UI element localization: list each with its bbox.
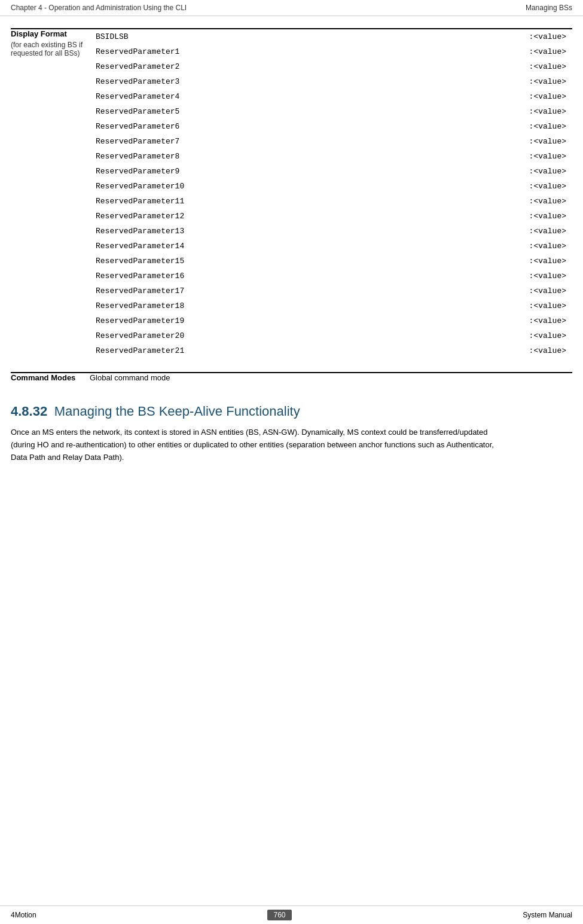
param-row: ReservedParameter14:<value> [90,239,572,254]
command-modes-content-cell: Global command mode [90,373,572,382]
param-row: ReservedParameter7:<value> [90,134,572,149]
param-name: ReservedParameter19 [96,316,184,325]
param-value: :<value> [529,242,566,251]
param-value: :<value> [529,152,566,161]
param-row: ReservedParameter16:<value> [90,269,572,283]
footer-left: 4Motion [11,911,36,919]
command-modes-value: Global command mode [90,373,170,382]
param-name: ReservedParameter10 [96,182,184,191]
param-value: :<value> [529,197,566,206]
display-format-table: Display Format (for each existing BS if … [11,28,572,382]
param-value: :<value> [529,227,566,236]
main-content: Display Format (for each existing BS if … [0,16,583,475]
display-format-subtitle: (for each existing BS if requested for a… [11,41,90,57]
param-value: :<value> [529,212,566,221]
param-name: BSIDLSB [96,32,129,41]
param-value: :<value> [529,92,566,101]
param-row: BSIDLSB:<value> [90,29,572,44]
param-name: ReservedParameter15 [96,257,184,266]
param-row: ReservedParameter8:<value> [90,149,572,164]
param-row: ReservedParameter5:<value> [90,104,572,119]
param-row: ReservedParameter13:<value> [90,224,572,239]
param-rows: BSIDLSB:<value>ReservedParameter1:<value… [90,29,572,358]
param-row: ReservedParameter21:<value> [90,343,572,358]
param-row: ReservedParameter4:<value> [90,89,572,104]
param-row: ReservedParameter2:<value> [90,59,572,74]
param-value: :<value> [529,346,566,355]
param-value: :<value> [529,316,566,325]
param-name: ReservedParameter14 [96,242,184,251]
param-value: :<value> [529,286,566,295]
param-row: ReservedParameter12:<value> [90,209,572,224]
param-row: ReservedParameter3:<value> [90,74,572,89]
param-name: ReservedParameter21 [96,346,184,355]
header-left: Chapter 4 - Operation and Administration… [11,4,187,12]
footer-right: System Manual [523,911,572,919]
param-name: ReservedParameter12 [96,212,184,221]
param-value: :<value> [529,272,566,280]
param-value: :<value> [529,257,566,266]
param-name: ReservedParameter16 [96,272,184,280]
param-row: ReservedParameter19:<value> [90,313,572,328]
display-format-row: Display Format (for each existing BS if … [11,29,572,358]
param-value: :<value> [529,32,566,41]
param-row: ReservedParameter18:<value> [90,298,572,313]
param-name: ReservedParameter8 [96,152,179,161]
display-format-content-cell: BSIDLSB:<value>ReservedParameter1:<value… [90,29,572,358]
param-value: :<value> [529,47,566,56]
command-modes-row: Command Modes Global command mode [11,373,572,382]
param-value: :<value> [529,62,566,71]
param-name: ReservedParameter3 [96,77,179,86]
header-right: Managing BSs [526,4,572,12]
display-format-label-cell: Display Format (for each existing BS if … [11,29,90,358]
param-value: :<value> [529,107,566,116]
section-heading: 4.8.32 Managing the BS Keep-Alive Functi… [11,404,572,419]
param-row: ReservedParameter6:<value> [90,119,572,134]
param-name: ReservedParameter20 [96,331,184,340]
param-row: ReservedParameter10:<value> [90,179,572,194]
param-name: ReservedParameter9 [96,167,179,176]
param-row: ReservedParameter15:<value> [90,254,572,269]
param-value: :<value> [529,301,566,310]
command-modes-label-cell: Command Modes [11,373,90,382]
param-value: :<value> [529,167,566,176]
command-modes-title: Command Modes [11,373,90,382]
page-header: Chapter 4 - Operation and Administration… [0,0,583,16]
page-footer: 4Motion 760 System Manual [0,905,583,924]
param-row: ReservedParameter11:<value> [90,194,572,209]
param-value: :<value> [529,137,566,146]
param-value: :<value> [529,122,566,131]
param-name: ReservedParameter6 [96,122,179,131]
param-name: ReservedParameter17 [96,286,184,295]
param-name: ReservedParameter18 [96,301,184,310]
param-name: ReservedParameter5 [96,107,179,116]
param-value: :<value> [529,182,566,191]
param-row: ReservedParameter1:<value> [90,44,572,59]
section-number: 4.8.32 [11,404,47,419]
spacer-cell [11,358,572,373]
param-name: ReservedParameter1 [96,47,179,56]
param-row: ReservedParameter17:<value> [90,283,572,298]
section-body: Once an MS enters the network, its conte… [11,426,501,463]
footer-page-number: 760 [267,910,291,920]
section-name: Managing the BS Keep-Alive Functionality [54,404,300,419]
param-name: ReservedParameter13 [96,227,184,236]
param-row: ReservedParameter9:<value> [90,164,572,179]
spacer-row [11,358,572,373]
param-value: :<value> [529,77,566,86]
param-name: ReservedParameter11 [96,197,184,206]
param-name: ReservedParameter4 [96,92,179,101]
param-row: ReservedParameter20:<value> [90,328,572,343]
param-name: ReservedParameter7 [96,137,179,146]
display-format-title: Display Format [11,29,90,38]
param-value: :<value> [529,331,566,340]
param-name: ReservedParameter2 [96,62,179,71]
